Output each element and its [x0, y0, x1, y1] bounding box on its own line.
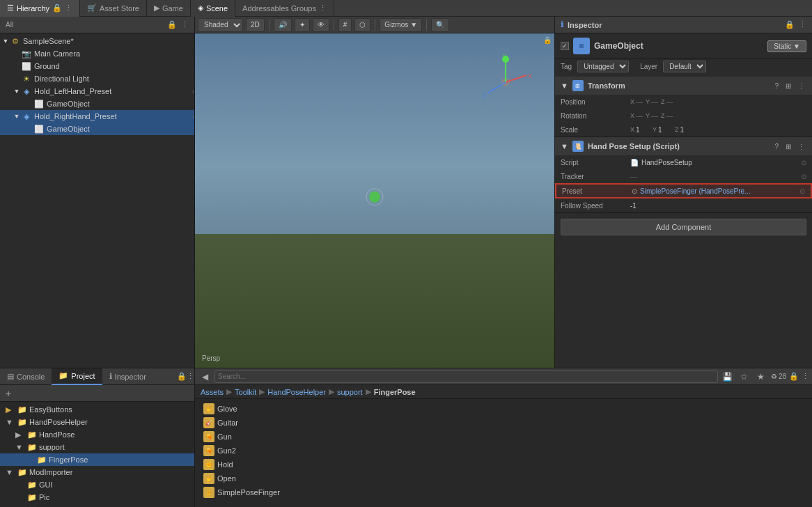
bottom-tab-inspector[interactable]: ℹ Inspector [102, 368, 153, 385]
audio-btn[interactable]: 🔊 [274, 18, 292, 32]
light-icon: ☀ [21, 73, 32, 84]
scene-view[interactable]: X Y Z [195, 33, 554, 368]
h-item-hold-left-hand[interactable]: ▼ ◈ Hold_LeftHand_Preset › [0, 85, 194, 98]
assets-save-btn[interactable]: 💾 [721, 370, 735, 383]
bottom-tab-project[interactable]: 📁 Project [52, 368, 102, 385]
tree-res[interactable]: ▶ 📁 Res [0, 504, 194, 507]
transform-help-btn[interactable]: ? [773, 81, 780, 91]
tab-hierarchy[interactable]: ☰ Hierarchy 🔒 ⋮ [0, 0, 80, 17]
asset-guitar[interactable]: 🎸 Guitar [201, 416, 806, 430]
h-item-gameobject-2[interactable]: ▶ ⬜ GameObject [0, 123, 194, 135]
bottom-right-menu[interactable]: ⋮ [802, 372, 809, 381]
inspector-menu-btn[interactable]: ⋮ [799, 20, 806, 29]
tab-game[interactable]: ▶ Game [147, 0, 191, 17]
asset-gun2[interactable]: 🔫 Gun2 [201, 444, 806, 458]
project-tab-label: Project [71, 372, 95, 380]
assets-search-input[interactable] [214, 370, 718, 383]
preset-circle-btn[interactable]: ⊙ [799, 187, 805, 195]
preset-link-text[interactable]: SimplePoseFinger (HandPosePre... [640, 187, 750, 195]
tracker-circle-btn[interactable]: ⊙ [801, 173, 806, 180]
scene-toolbar: Shaded 2D 🔊 ✦ 👁 # ⬡ Gizmos ▼ 🔍 [195, 17, 554, 33]
sky-btn[interactable]: ⬡ [354, 18, 370, 32]
shading-select[interactable]: Shaded [198, 18, 243, 32]
bottom-area: ▤ Console 📁 Project ℹ Inspector 🔒 ⋮ + [0, 368, 812, 507]
project-tree: ▶ 📁 EasyButtons ▼ 📁 HandPoseHelper ▶ 📁 H… [0, 402, 194, 507]
tree-handposehelper[interactable]: ▼ 📁 HandPoseHelper [0, 416, 194, 428]
asset-gun[interactable]: 🔫 Gun [201, 430, 806, 444]
transform-menu-btn[interactable]: ⋮ [797, 81, 806, 91]
add-folder-btn[interactable]: + [3, 388, 14, 399]
asset-simpleposefinger[interactable]: ☝ SimplePoseFinger [201, 485, 806, 499]
script-circle-btn[interactable]: ⊙ [801, 159, 806, 166]
hierarchy-panel-menu[interactable]: ⋮ [181, 20, 189, 29]
add-component-button[interactable]: Add Component [561, 219, 806, 235]
hierarchy-menu-btn[interactable]: ⋮ [65, 3, 72, 13]
inspector-panel-header: ℹ Inspector 🔒 ⋮ [555, 17, 812, 33]
static-badge[interactable]: Static ▼ [767, 40, 806, 52]
tree-fingerpose[interactable]: ▶ 📁 FingerPose [0, 453, 194, 466]
asset-icon-simpleposefinger: ☝ [203, 487, 214, 498]
folder-modimporter: 📁 [17, 467, 27, 477]
breadcrumb-support[interactable]: support [337, 388, 363, 396]
asset-hold[interactable]: ✊ Hold [201, 458, 806, 471]
hierarchy-lock-btn[interactable]: 🔒 [52, 3, 62, 13]
tree-gui[interactable]: ▶ 📁 GUI [0, 478, 194, 491]
tree-handpose[interactable]: ▶ 📁 HandPose [0, 428, 194, 441]
h-item-ground[interactable]: ▶ ⬜ Ground [0, 60, 194, 72]
assets-back-btn[interactable]: ◀ [198, 370, 212, 383]
tag-select[interactable]: Untagged [577, 61, 629, 72]
breadcrumb-handposehelper[interactable]: HandPoseHelper [267, 388, 326, 396]
hierarchy-panel-lock[interactable]: 🔒 [167, 20, 177, 29]
transform-header[interactable]: ▼ ⊞ Transform ? ⊞ ⋮ [555, 77, 812, 95]
svg-line-6 [488, 82, 506, 93]
rot-y-axis: Y [646, 112, 650, 119]
bottom-left-lock[interactable]: 🔒 [177, 372, 187, 381]
mode-2d-btn[interactable]: 2D [246, 18, 265, 32]
arrow-pic: ▶ [15, 492, 25, 502]
tab-scene[interactable]: ◈ Scene [191, 0, 235, 17]
fx-btn[interactable]: ✦ [295, 18, 310, 32]
bottom-left-menu[interactable]: ⋮ [187, 372, 194, 381]
search-btn[interactable]: 🔍 [431, 18, 449, 32]
hierarchy-icon: ☰ [7, 3, 14, 13]
h-item-main-camera[interactable]: ▶ 📷 Main Camera [0, 47, 194, 60]
assets-star-btn[interactable]: ☆ [737, 370, 751, 383]
grid-btn[interactable]: # [338, 18, 352, 32]
h-item-directional-light[interactable]: ▶ ☀ Directional Light [0, 72, 194, 85]
tree-modimporter[interactable]: ▼ 📁 ModImporter [0, 466, 194, 478]
assets-fav-btn[interactable]: ★ [754, 370, 768, 383]
asset-glove[interactable]: 🖐 Glove [201, 402, 806, 416]
tree-support[interactable]: ▼ 📁 support [0, 441, 194, 453]
tree-easybuttons[interactable]: ▶ 📁 EasyButtons [0, 403, 194, 416]
sep3 [375, 20, 375, 31]
transform-layout-btn[interactable]: ⊞ [784, 81, 793, 91]
h-item-sample-scene[interactable]: ▼ ⚙ SampleScene* [0, 35, 194, 47]
asset-open[interactable]: 🖐 Open [201, 471, 806, 485]
gameobject-1-label: GameObject [47, 100, 90, 108]
tree-pic[interactable]: ▶ 📁 Pic [0, 491, 194, 504]
cube-icon-go1: ⬜ [33, 98, 45, 109]
gizmos-btn[interactable]: Gizmos ▼ [380, 18, 422, 32]
gameobject-active-checkbox[interactable] [561, 42, 569, 50]
inspector-tab-label: Inspector [115, 373, 146, 381]
addressables-menu-btn[interactable]: ⋮ [319, 3, 327, 13]
layer-btn[interactable]: 👁 [313, 18, 329, 32]
breadcrumb-assets[interactable]: Assets [201, 388, 224, 396]
h-item-gameobject-1[interactable]: ▶ ⬜ GameObject [0, 98, 194, 110]
tab-game-label: Game [162, 4, 183, 13]
h-item-hold-right-hand[interactable]: ▼ ◈ Hold_RightHand_Preset › [0, 110, 194, 123]
breadcrumb-sep4: ▶ [366, 387, 371, 396]
bottom-tab-console[interactable]: ▤ Console [0, 368, 52, 385]
layer-select[interactable]: Default [663, 61, 706, 72]
handpose-layout-btn[interactable]: ⊞ [784, 141, 793, 152]
tab-addressables[interactable]: Addressables Groups ⋮ [235, 0, 334, 17]
arrow-go2: ▶ [25, 125, 33, 132]
breadcrumb-toolkit[interactable]: Toolkit [235, 388, 256, 396]
tab-asset-store[interactable]: 🛒 Asset Store [80, 0, 147, 17]
handpose-help-btn[interactable]: ? [773, 141, 780, 152]
handpose-menu-btn[interactable]: ⋮ [797, 141, 806, 152]
gameobject-2-label: GameObject [47, 125, 90, 133]
inspector-lock-btn[interactable]: 🔒 [785, 20, 795, 29]
handpose-header[interactable]: ▼ 📜 Hand Pose Setup (Script) ? ⊞ ⋮ [555, 137, 812, 155]
bottom-right-lock[interactable]: 🔒 [789, 372, 799, 381]
